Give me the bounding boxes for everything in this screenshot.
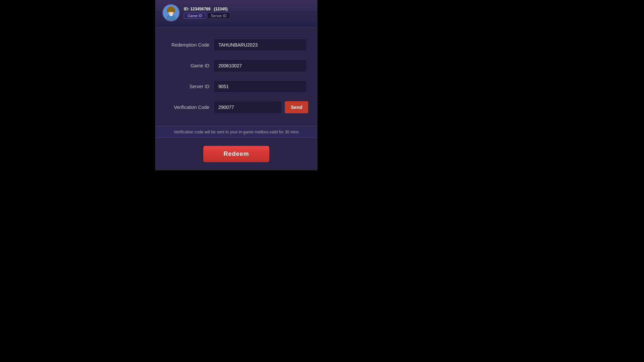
server-id-tab[interactable]: Server ID bbox=[207, 13, 230, 19]
modal-container: ID: 123456789 (12345) Game ID Server ID … bbox=[155, 0, 317, 170]
redemption-code-label: Redemption Code bbox=[166, 42, 209, 48]
avatar bbox=[162, 4, 180, 21]
id-tabs: Game ID Server ID bbox=[184, 13, 230, 19]
send-button[interactable]: Send bbox=[285, 101, 308, 113]
page-wrapper: ID: 123456789 (12345) Game ID Server ID … bbox=[0, 0, 644, 362]
svg-point-8 bbox=[169, 14, 173, 16]
game-id-tab[interactable]: Game ID bbox=[184, 13, 206, 19]
server-id-label: Server ID bbox=[166, 84, 209, 89]
info-bar: Verification code will be sent to your i… bbox=[156, 126, 317, 138]
svg-point-3 bbox=[167, 8, 170, 13]
verification-code-row: Verification Code Send bbox=[166, 97, 307, 118]
player-info: ID: 123456789 (12345) Game ID Server ID bbox=[184, 7, 230, 19]
verification-code-label: Verification Code bbox=[166, 105, 209, 110]
form-section: Redemption Code Game ID Server ID Verifi… bbox=[156, 28, 317, 124]
server-id-paren: (12345) bbox=[214, 7, 227, 11]
game-id-row: Game ID bbox=[166, 55, 307, 76]
svg-point-5 bbox=[169, 11, 170, 12]
game-id-label: Game ID bbox=[166, 63, 209, 68]
header-section: ID: 123456789 (12345) Game ID Server ID bbox=[156, 0, 317, 28]
redemption-code-input[interactable] bbox=[213, 39, 307, 51]
player-id-line: ID: 123456789 (12345) bbox=[184, 7, 230, 11]
server-id-input[interactable] bbox=[213, 80, 307, 93]
server-id-row: Server ID bbox=[166, 76, 307, 97]
info-text: Verification code will be sent to your i… bbox=[174, 130, 299, 134]
redeem-button[interactable]: Redeem bbox=[203, 146, 269, 162]
player-id-value: 123456789 bbox=[190, 7, 210, 11]
verification-input-group: Send bbox=[213, 101, 308, 114]
game-id-input[interactable] bbox=[213, 59, 307, 72]
avatar-image bbox=[163, 5, 179, 21]
verification-code-input[interactable] bbox=[213, 101, 282, 114]
redeem-section: Redeem bbox=[156, 143, 317, 170]
redemption-code-row: Redemption Code bbox=[166, 35, 307, 55]
player-id-label: ID: bbox=[184, 7, 189, 11]
svg-point-4 bbox=[172, 8, 175, 13]
svg-point-6 bbox=[172, 11, 173, 12]
